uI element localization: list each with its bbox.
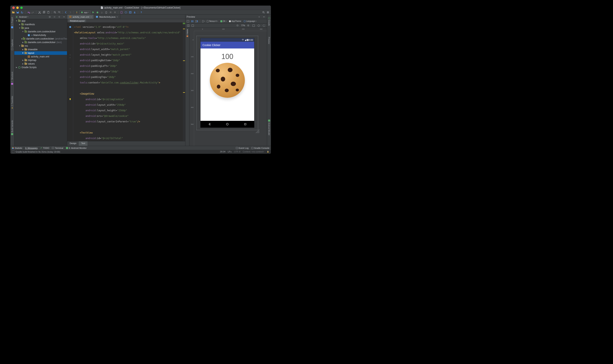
android-monitor-toolwindow-tab[interactable]: 6: Android Monitor [66,147,86,149]
gradle-toolwindow-tab[interactable]: Gradle [268,15,271,27]
inspection-indicator-icon[interactable] [267,150,269,153]
fit-screen-icon[interactable] [252,24,255,27]
tree-node-layout[interactable]: ▼layout [14,51,67,55]
palette-expand-icon[interactable] [187,24,190,27]
replace-icon[interactable] [57,11,61,14]
editor-tab-xml[interactable]: activity_main.xml× [67,15,94,19]
project-toolwindow-tab[interactable]: 1: Project [11,15,14,30]
messages-toolwindow-tab[interactable]: 0: Messages [25,147,38,149]
tree-node-values[interactable]: ▶values [14,62,67,65]
project-tree[interactable]: ▼app ▶manifests ▼java ▼danielle.com.cook… [14,19,67,146]
zoom-in-icon[interactable] [247,24,250,27]
project-view-dropdown[interactable]: Android ▾ [19,16,28,18]
collapse-all-icon[interactable] [53,15,56,19]
tree-node-layout-file[interactable]: activity_main.xml [14,55,67,58]
event-log-toolwindow-tab[interactable]: Event Log [236,147,249,149]
attach-debugger-icon[interactable] [104,11,108,14]
undo-icon[interactable] [27,11,30,14]
back-icon[interactable] [64,11,68,14]
make-icon[interactable] [75,11,79,14]
minimize-window-button[interactable] [16,7,19,9]
context-indicator[interactable]: Context: <no context> [243,150,264,153]
debug-icon[interactable] [96,11,99,14]
gutter-icon[interactable]: C [67,26,73,28]
code-editor[interactable]: C ⊟ ⊟ ⊟ ⊟ 💡 <?xml version="1.0" encoding… [67,23,185,141]
design-surface-icon[interactable] [186,19,190,23]
scroll-from-source-icon[interactable] [48,15,52,19]
terminal-toolwindow-tab[interactable]: Terminal [52,147,63,149]
close-tab-icon[interactable]: × [91,16,92,18]
stop-icon[interactable] [109,11,112,14]
run-config-dropdown[interactable]: app ▾ [79,11,91,14]
todo-toolwindow-tab[interactable]: ✔TODO [40,147,49,149]
structure-toolwindow-tab[interactable]: 7: Structure [11,70,14,86]
hide-icon[interactable] [262,15,266,19]
theme-dropdown[interactable]: AppTheme [228,20,242,22]
tree-node-res[interactable]: ▼res [14,44,67,48]
gradle-console-toolwindow-tab[interactable]: Gradle Console [251,147,269,149]
tree-node-pkg3[interactable]: ▶danielle.com.cookieclicker (test) [14,40,67,44]
settings-icon[interactable] [257,15,261,19]
apply-changes-icon[interactable] [100,11,104,14]
close-window-button[interactable] [12,7,15,9]
copy-icon[interactable] [42,11,46,14]
design-tab[interactable]: Design [67,141,79,146]
find-icon[interactable] [53,11,57,14]
paste-icon[interactable] [47,11,50,14]
tree-node-manifests[interactable]: ▶manifests [14,23,67,26]
both-icon[interactable] [195,19,199,23]
text-tab[interactable]: Text [79,141,87,146]
favorites-toolwindow-tab[interactable]: ★2: Favorites [11,94,14,111]
device-dropdown[interactable]: Nexus 4▾ [206,20,219,23]
open-icon[interactable] [12,11,15,14]
hide-icon[interactable] [62,15,66,19]
search-everywhere-icon[interactable] [262,11,265,14]
device-frame[interactable]: 6:00 Cookie Clicker 100 [201,38,254,128]
tree-node-pkg2[interactable]: ▶danielle.com.cookieclicker (androidTest… [14,37,67,40]
user-icon[interactable] [266,11,270,14]
intention-bulb-icon[interactable]: 💡 [67,98,73,101]
code-text[interactable]: <?xml version="1.0" encoding="utf-8"?> <… [73,23,183,141]
zoom-out-icon[interactable] [236,24,239,27]
warnings-icon[interactable] [262,24,266,27]
captures-toolwindow-tab[interactable]: Captures [11,38,14,52]
tree-node-gradle[interactable]: ▶Gradle Scripts [14,65,67,69]
file-encoding[interactable]: UTF-8 [234,150,240,153]
preview-toolwindow-tab[interactable]: Preview [268,35,271,46]
palette-tab[interactable]: Palette [186,28,189,38]
palette-collapse-icon[interactable] [191,24,194,27]
download-icon[interactable] [133,11,136,14]
pan-icon[interactable] [257,24,260,27]
sync-icon[interactable] [20,11,24,14]
preview-canvas[interactable]: Palette 0100200300 0100200300400500 [185,28,267,146]
tree-node-app[interactable]: ▼app [14,19,67,23]
redo-icon[interactable] [31,11,35,14]
tree-node-mainactivity[interactable]: C●MainActivity [14,33,67,37]
api-dropdown[interactable]: 24▾ [219,20,227,22]
editor-tab-java[interactable]: CMainActivity.java× [94,15,120,19]
save-all-icon[interactable] [16,11,19,14]
line-separator[interactable]: LF≑ [228,150,232,153]
run-icon[interactable] [91,11,95,14]
language-dropdown[interactable]: Language▾ [243,20,257,22]
avd-manager-icon[interactable] [120,11,123,14]
caret-position[interactable]: 28:34 [220,150,226,153]
close-tab-icon[interactable]: × [117,16,118,18]
blueprint-icon[interactable] [191,19,194,23]
settings-icon[interactable] [57,15,61,19]
help-icon[interactable]: ? [139,11,143,14]
tree-node-drawable[interactable]: ▶drawable [14,48,67,51]
stop-icon-2[interactable] [113,11,117,14]
statistic-toolwindow-tab[interactable]: Statistic [12,147,23,149]
android-model-toolwindow-tab[interactable]: Android Model [268,118,271,137]
cut-icon[interactable] [38,11,41,14]
orientation-icon[interactable]: ▾ [202,19,205,23]
resize-handle-icon[interactable] [255,129,260,133]
sdk-manager-icon[interactable] [124,11,128,14]
layout-inspector-icon[interactable] [128,11,132,14]
error-stripe[interactable] [183,23,185,141]
tree-node-mipmap[interactable]: ▶mipmap [14,58,67,62]
zoom-window-button[interactable] [20,7,23,9]
build-variants-toolwindow-tab[interactable]: Build Variants [11,119,14,137]
tree-node-java[interactable]: ▼java [14,26,67,30]
